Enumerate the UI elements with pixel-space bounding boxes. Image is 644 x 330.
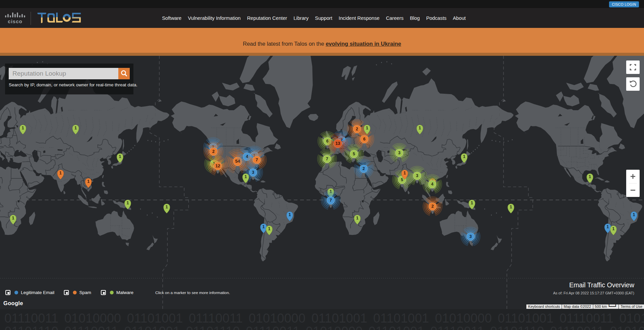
svg-text:1: 1 xyxy=(633,212,635,217)
svg-text:cisco: cisco xyxy=(8,18,22,24)
svg-text:1: 1 xyxy=(607,224,609,229)
svg-text:1: 1 xyxy=(22,126,24,130)
svg-text:5: 5 xyxy=(353,152,355,156)
svg-text:1: 1 xyxy=(75,126,77,130)
svg-text:2: 2 xyxy=(363,166,365,171)
svg-text:7: 7 xyxy=(326,157,328,161)
svg-text:1: 1 xyxy=(589,174,591,179)
svg-text:5: 5 xyxy=(401,177,403,182)
svg-text:1: 1 xyxy=(12,216,14,220)
svg-text:1: 1 xyxy=(289,212,291,217)
svg-text:3: 3 xyxy=(470,234,472,239)
svg-text:12: 12 xyxy=(215,164,220,168)
svg-text:1: 1 xyxy=(263,224,265,229)
svg-text:1: 1 xyxy=(612,226,615,231)
svg-text:1: 1 xyxy=(463,154,466,159)
svg-text:1: 1 xyxy=(366,126,368,130)
svg-text:1: 1 xyxy=(127,201,129,205)
svg-text:7: 7 xyxy=(330,198,332,203)
svg-text:2: 2 xyxy=(432,204,434,209)
svg-text:7: 7 xyxy=(256,158,258,162)
svg-text:1: 1 xyxy=(356,216,359,220)
svg-text:1: 1 xyxy=(87,179,90,184)
svg-text:1: 1 xyxy=(404,171,406,175)
svg-text:13: 13 xyxy=(335,141,340,146)
svg-text:3: 3 xyxy=(252,170,254,175)
svg-text:1: 1 xyxy=(166,205,168,209)
svg-text:1: 1 xyxy=(245,174,247,179)
svg-text:1: 1 xyxy=(419,126,421,130)
svg-text:1: 1 xyxy=(471,201,473,205)
svg-text:4: 4 xyxy=(431,182,434,187)
svg-text:3: 3 xyxy=(416,173,418,178)
svg-text:2: 2 xyxy=(356,127,358,131)
svg-text:1: 1 xyxy=(510,205,512,209)
svg-text:6: 6 xyxy=(363,137,366,141)
svg-text:2: 2 xyxy=(212,149,215,154)
svg-text:1: 1 xyxy=(268,226,271,231)
svg-text:1: 1 xyxy=(59,171,62,175)
svg-text:1: 1 xyxy=(119,154,121,159)
svg-text:3: 3 xyxy=(398,151,401,155)
